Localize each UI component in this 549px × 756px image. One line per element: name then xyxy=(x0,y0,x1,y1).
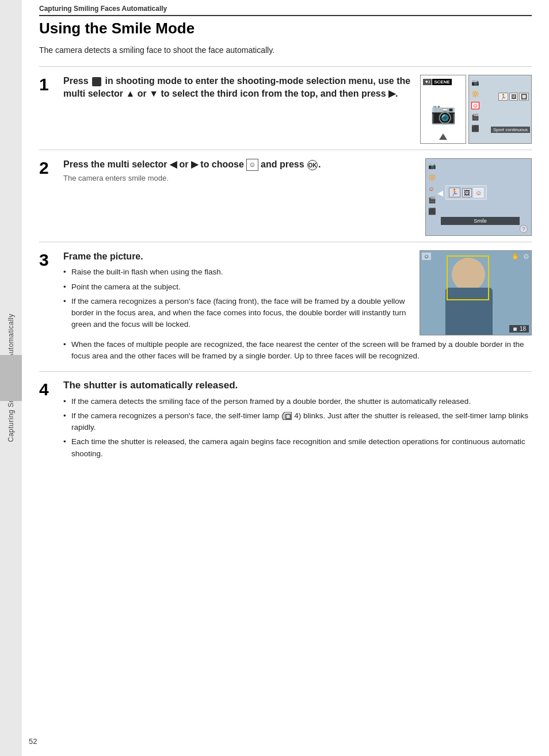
sport-icon-3: 🔲 xyxy=(519,93,529,101)
icon-row-5: ⬛ xyxy=(471,125,479,132)
intro-text: The camera detects a smiling face to sho… xyxy=(39,45,532,55)
yellow-focus-border xyxy=(447,255,489,300)
icon-row-3: ☺ xyxy=(471,102,479,109)
page-number: 52 xyxy=(29,737,37,746)
page-title: Using the Smile Mode xyxy=(39,20,532,37)
step-1-image: ✦/ SCENE 📷 📷 🔆 ☺ 🎬 xyxy=(420,75,532,144)
badge-scene: SCENE xyxy=(432,79,452,85)
step-4-heading: The shutter is automatically released. xyxy=(63,380,532,391)
icon-row-4: 🎬 xyxy=(471,113,479,121)
s2-icon-2: 🔆 xyxy=(428,174,436,181)
s2-icon-1: 📷 xyxy=(428,162,436,170)
step-4-content: The shutter is automatically released. I… xyxy=(63,380,532,463)
step-3-content: Frame the picture. Raise the built-in fl… xyxy=(63,250,532,365)
step-2-heading: Press the multi selector ◀ or ▶ to choos… xyxy=(63,158,417,171)
step-4: 4 The shutter is automatically released.… xyxy=(39,371,532,468)
step-3-image: ☺ ⚙ ✋ 🔲 18 xyxy=(420,250,532,335)
chapter-title: Capturing Smiling Faces Automatically xyxy=(39,5,532,13)
step-3-bullet-2: Point the camera at the subject. xyxy=(63,281,411,293)
badge-auto: ✦/ xyxy=(423,79,432,85)
s2-icon-5: ⬛ xyxy=(428,208,436,215)
s3-hand-icon: ✋ xyxy=(512,253,520,260)
step-4-number: 4 xyxy=(39,381,55,398)
icon-row-2: 🔆 xyxy=(471,90,479,98)
sidebar-tab xyxy=(0,355,22,401)
camera-big-icon: 📷 xyxy=(430,101,456,125)
step-4-bullets: If the camera detects the smiling face o… xyxy=(63,396,532,460)
sel-icon-2: 🖼 xyxy=(462,188,472,197)
main-content: Capturing Smiling Faces Automatically Us… xyxy=(22,0,549,491)
step-2-number: 2 xyxy=(39,159,55,177)
step-2-image: 📷 🔆 ☺ 🎬 ⬛ ◀ 🏃 🖼 ☺ Smile xyxy=(425,158,532,236)
sport-label: Sport continuous xyxy=(491,127,530,133)
step-1-number: 1 xyxy=(39,76,55,93)
sel-icon-3: ☺ xyxy=(474,188,483,197)
sport-icon-1: 🏃 xyxy=(498,93,508,101)
step-4-bullet-3: Each time the shutter is released, the c… xyxy=(63,436,532,460)
help-icon: ? xyxy=(520,225,528,233)
step-3-bullet-3: If the camera recognizes a person's face… xyxy=(63,296,411,331)
smile-label: Smile xyxy=(441,217,520,225)
step-1-layout: 1 Press in shooting mode to enter the sh… xyxy=(39,75,532,144)
step-2-sub: The camera enters smile mode. xyxy=(63,174,417,182)
step-1: 1 Press in shooting mode to enter the sh… xyxy=(39,66,532,150)
sel-icon-1: 🏃 xyxy=(449,188,460,197)
step-2-layout: 2 Press the multi selector ◀ or ▶ to cho… xyxy=(39,158,532,236)
step-4-bullet-2: If the camera recognizes a person's face… xyxy=(63,410,532,434)
chapter-header: Capturing Smiling Faces Automatically xyxy=(39,0,532,16)
step-1-heading: Press in shooting mode to enter the shoo… xyxy=(63,75,412,101)
s3-top-right-icon: ⚙ xyxy=(523,253,529,261)
s3-top-left-icon: ☺ xyxy=(422,253,431,260)
arrow-up-icon xyxy=(439,133,447,140)
sidebar: Capturing Smiling Faces Automatically xyxy=(0,0,22,756)
s2-icon-3: ☺ xyxy=(428,185,436,192)
shot-counter: 🔲 18 xyxy=(509,325,529,333)
step-3-bullets: Raise the built-in flash when using the … xyxy=(63,266,411,330)
step-4-bullet-1: If the camera detects the smiling face o… xyxy=(63,396,532,407)
sport-icon-2: 🖼 xyxy=(509,93,518,101)
arrow-left-icon: ◀ xyxy=(437,189,443,197)
step-1-content: Press in shooting mode to enter the shoo… xyxy=(63,75,412,104)
step-3-number: 3 xyxy=(39,251,55,269)
ok-button-icon: OK xyxy=(307,160,318,170)
step-3-extra-bullets: When the faces of multiple people are re… xyxy=(63,339,532,362)
step-3-heading: Frame the picture. xyxy=(63,250,411,263)
step-3-bullet-4: When the faces of multiple people are re… xyxy=(63,339,532,362)
s2-icon-4: 🎬 xyxy=(428,196,436,204)
step-2: 2 Press the multi selector ◀ or ▶ to cho… xyxy=(39,150,532,242)
step-3-bullet-1: Raise the built-in flash when using the … xyxy=(63,266,411,278)
smile-choose-icon: ☺ xyxy=(246,159,258,171)
page-ref-icon: 🔲 xyxy=(284,412,292,420)
step-3: 3 Frame the picture. Raise the built-in … xyxy=(39,242,532,371)
step-2-content: Press the multi selector ◀ or ▶ to choos… xyxy=(63,158,417,182)
icon-row-1: 📷 xyxy=(471,79,479,86)
